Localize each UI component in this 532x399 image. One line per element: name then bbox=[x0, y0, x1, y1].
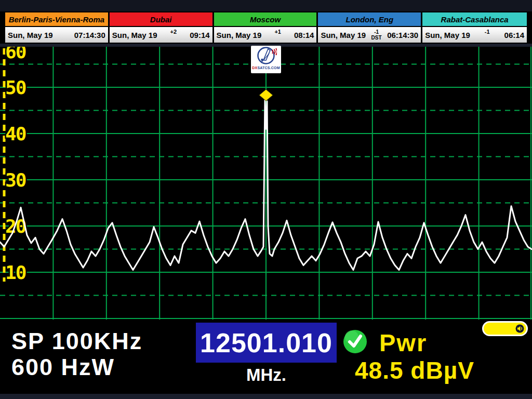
bandwidth-setting-label: 600 HzW bbox=[11, 354, 115, 381]
svg-text:60: 60 bbox=[5, 47, 26, 62]
clock-date: Sun, May 19 bbox=[217, 31, 262, 39]
clock-time: 07:14:30 bbox=[74, 31, 105, 39]
peak-marker-diamond bbox=[259, 89, 273, 101]
clock-dst-label: DST bbox=[371, 35, 382, 41]
clock-time-london: Sun, May 19 -1 DST 06:14:30 bbox=[318, 27, 421, 43]
satellite-dish-icon bbox=[255, 46, 277, 66]
clock-date: Sun, May 19 bbox=[321, 31, 366, 39]
city-name-rabat: Rabat-Casablanca bbox=[422, 12, 527, 27]
clock-time-moscow: Sun, May 19 +1 08:14 bbox=[214, 27, 317, 43]
clock-time: 06:14 bbox=[504, 31, 524, 39]
clock-date: Sun, May 19 bbox=[425, 31, 470, 39]
top-gap bbox=[0, 0, 532, 11]
clock-date: Sun, May 19 bbox=[112, 31, 157, 39]
svg-text:40: 40 bbox=[5, 123, 26, 144]
svg-text:50: 50 bbox=[5, 77, 26, 98]
clock-time: 09:14 bbox=[190, 31, 209, 39]
clock-cell-london: London, Eng Sun, May 19 -1 DST 06:14:30 bbox=[318, 12, 422, 43]
city-name-dubai: Dubai bbox=[110, 12, 212, 27]
city-name-berlin: Berlin-Paris-Vienna-Roma bbox=[5, 12, 108, 27]
status-bar: SP 100KHz 600 HzW 12501.010 MHz. Pwr 48.… bbox=[0, 320, 532, 394]
spectrum-plot: 605040302010 bbox=[0, 47, 532, 320]
svg-text:10: 10 bbox=[5, 262, 26, 283]
clock-cell-berlin: Berlin-Paris-Vienna-Roma Sun, May 19 07:… bbox=[5, 12, 110, 43]
clock-cell-moscow: Moscow Sun, May 19 +1 08:14 bbox=[214, 12, 318, 43]
spectrum-chart: 605040302010 DXSATCS.COM bbox=[0, 47, 532, 320]
svg-text:30: 30 bbox=[5, 169, 26, 191]
world-clock-bar: Berlin-Paris-Vienna-Roma Sun, May 19 07:… bbox=[4, 11, 528, 44]
divider-strip-bottom bbox=[0, 394, 532, 399]
lock-check-icon bbox=[343, 329, 367, 354]
city-name-moscow: Moscow bbox=[214, 12, 317, 27]
clock-time: 06:14:30 bbox=[387, 31, 418, 39]
speaker-icon bbox=[515, 324, 524, 333]
frequency-display: 12501.010 bbox=[196, 323, 337, 363]
frequency-value: 12501.010 bbox=[200, 327, 332, 358]
clock-date: Sun, May 19 bbox=[8, 31, 53, 39]
clock-dst-indicator: -1 DST bbox=[371, 29, 382, 41]
dxsatcs-logo: DXSATCS.COM bbox=[251, 46, 281, 73]
span-setting-label: SP 100KHz bbox=[11, 328, 142, 355]
power-value: 48.5 dBµV bbox=[355, 356, 474, 384]
power-label: Pwr bbox=[379, 328, 427, 357]
clock-time: 08:14 bbox=[294, 31, 314, 39]
logo-text: DXSATCS.COM bbox=[252, 66, 280, 70]
clock-time-dubai: Sun, May 19 +2 09:14 bbox=[110, 27, 212, 43]
city-name-london: London, Eng bbox=[318, 12, 421, 27]
clock-cell-dubai: Dubai Sun, May 19 +2 09:14 bbox=[110, 12, 214, 43]
clock-time-berlin: Sun, May 19 07:14:30 bbox=[5, 27, 108, 43]
clock-utc-offset: -1 bbox=[374, 29, 379, 35]
clock-utc-offset: +1 bbox=[274, 29, 281, 35]
frequency-unit-label: MHz. bbox=[196, 365, 337, 385]
clock-cell-rabat: Rabat-Casablanca Sun, May 19 -1 06:14 bbox=[422, 12, 527, 43]
battery-indicator bbox=[482, 321, 528, 336]
clock-utc-offset: -1 bbox=[485, 29, 490, 35]
clock-utc-offset: +2 bbox=[170, 29, 177, 35]
clock-time-rabat: Sun, May 19 -1 06:14 bbox=[422, 27, 527, 43]
